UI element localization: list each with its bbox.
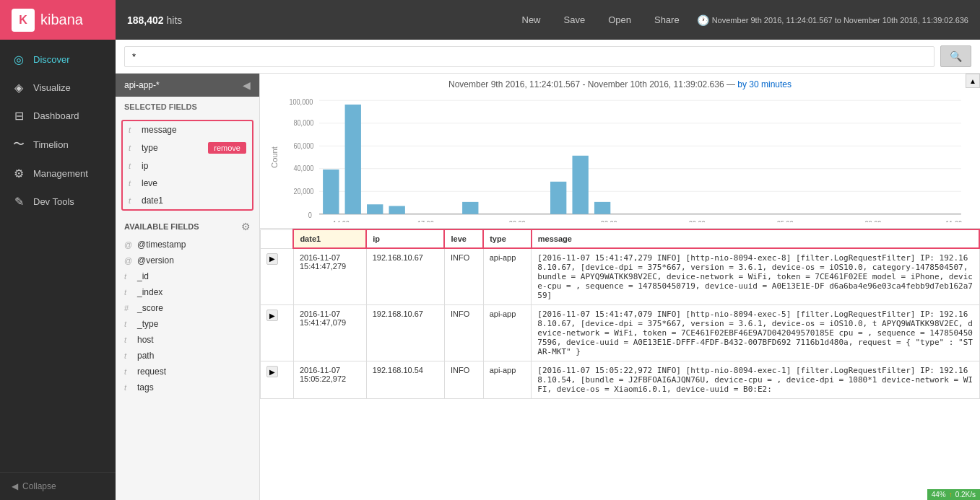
share-button[interactable]: Share — [649, 12, 685, 28]
avail-field-version[interactable]: @ @version — [116, 253, 259, 268]
hits-count: 188,402 hits — [127, 14, 182, 26]
sidebar: K kibana ◎ Discover ◈ Visualize ⊟ Dashbo… — [0, 0, 116, 500]
col-header-date1[interactable]: date1 — [293, 229, 366, 248]
expand-row-button[interactable]: ▶ — [266, 310, 278, 321]
sidebar-item-label: Visualize — [33, 82, 71, 93]
sidebar-item-label: Discover — [33, 54, 70, 65]
save-button[interactable]: Save — [558, 12, 591, 28]
cell-date1: 2016-11-07 15:41:47,279 — [293, 248, 366, 305]
col-header-type[interactable]: type — [483, 229, 532, 248]
field-t-indicator: t — [124, 272, 133, 281]
col-header-expand — [261, 229, 294, 248]
new-button[interactable]: New — [516, 12, 547, 28]
field-type-indicator-message: t — [129, 126, 137, 134]
field-t-indicator: t — [124, 288, 133, 297]
expand-row-button[interactable]: ▶ — [266, 366, 278, 377]
sidebar-item-management[interactable]: ⚙ Management — [0, 159, 116, 188]
avail-field-name: request — [137, 367, 166, 377]
management-icon: ⚙ — [12, 167, 26, 180]
svg-text:20:00: 20:00 — [509, 219, 526, 222]
field-type[interactable]: t type remove — [123, 139, 252, 157]
available-fields-header: Available Fields ⚙ — [116, 216, 259, 237]
field-at-indicator: @ — [124, 256, 133, 265]
col-header-leve[interactable]: leve — [444, 229, 483, 248]
svg-text:60,000: 60,000 — [293, 141, 313, 150]
dashboard-icon: ⊟ — [12, 109, 26, 123]
chart-title: November 9th 2016, 11:24:01.567 - Novemb… — [272, 79, 968, 89]
time-range-display[interactable]: 🕐 November 9th 2016, 11:24:01.567 to Nov… — [697, 14, 968, 26]
cell-leve: INFO — [444, 248, 483, 305]
svg-text:02:00: 02:00 — [689, 219, 706, 222]
avail-field-id[interactable]: t _id — [116, 268, 259, 284]
svg-rect-14 — [345, 105, 361, 214]
kibana-icon: K — [12, 9, 35, 32]
cell-ip: 192.168.10.54 — [366, 361, 444, 399]
collapse-panel-icon[interactable]: ◀ — [243, 79, 251, 91]
col-header-message[interactable]: message — [532, 229, 979, 248]
content-area: api-app-* ◀ Selected Fields t message t … — [116, 74, 980, 500]
avail-field-host[interactable]: t host — [116, 332, 259, 348]
avail-field-tags[interactable]: t tags — [116, 380, 259, 395]
left-panel: api-app-* ◀ Selected Fields t message t … — [116, 74, 260, 500]
svg-text:0: 0 — [308, 211, 312, 220]
field-t-indicator: t — [124, 383, 133, 392]
index-pattern-text: api-app-* — [124, 80, 160, 90]
sidebar-nav: ◎ Discover ◈ Visualize ⊟ Dashboard 〜 Tim… — [0, 40, 116, 472]
field-leve[interactable]: t leve — [123, 175, 252, 192]
field-message[interactable]: t message — [123, 121, 252, 139]
collapse-chart-button[interactable]: ▲ — [966, 74, 980, 88]
cell-type: api-app — [483, 248, 532, 305]
sidebar-item-discover[interactable]: ◎ Discover — [0, 45, 116, 74]
svg-rect-20 — [594, 202, 610, 214]
discover-icon: ◎ — [12, 53, 26, 66]
chart-interval-link[interactable]: by 30 minutes — [737, 79, 792, 89]
index-pattern[interactable]: api-app-* ◀ — [116, 74, 259, 97]
avail-field-path[interactable]: t path — [116, 348, 259, 364]
svg-text:23:00: 23:00 — [601, 219, 617, 222]
upload-speed: 0.2K/s — [955, 491, 976, 499]
avail-field-name: _score — [137, 303, 163, 313]
svg-rect-18 — [550, 182, 566, 214]
table-row: ▶2016-11-07 15:05:22,972192.168.10.54INF… — [261, 361, 980, 399]
field-ip[interactable]: t ip — [123, 157, 252, 175]
remove-field-button[interactable]: remove — [208, 142, 246, 154]
right-panel: ▲ November 9th 2016, 11:24:01.567 - Nove… — [260, 74, 980, 500]
cell-type: api-app — [483, 361, 532, 399]
search-bar: 🔍 — [116, 40, 980, 74]
sidebar-item-timelion[interactable]: 〜 Timelion — [0, 130, 116, 159]
collapse-sidebar-button[interactable]: ◀ Collapse — [0, 472, 116, 500]
svg-rect-19 — [572, 156, 588, 214]
devtools-icon: ✎ — [12, 195, 26, 209]
expand-row-button[interactable]: ▶ — [266, 253, 278, 265]
field-date1[interactable]: t date1 — [123, 192, 252, 209]
field-name-ip: ip — [142, 161, 246, 171]
sidebar-item-dashboard[interactable]: ⊟ Dashboard — [0, 102, 116, 130]
field-at-indicator: @ — [124, 240, 133, 249]
avail-field-name: _id — [137, 271, 149, 281]
sidebar-item-label: Dashboard — [33, 110, 79, 121]
field-t-indicator: t — [124, 351, 133, 360]
avail-field-request[interactable]: t request — [116, 364, 259, 380]
chart-area: ▲ November 9th 2016, 11:24:01.567 - Nove… — [260, 74, 980, 229]
available-fields-gear-button[interactable]: ⚙ — [241, 221, 251, 232]
sidebar-item-devtools[interactable]: ✎ Dev Tools — [0, 188, 116, 216]
svg-text:08:00: 08:00 — [865, 219, 882, 222]
results-table: date1 ip leve type message ▶2016-11-07 1… — [260, 229, 980, 399]
field-type-indicator-leve: t — [129, 179, 137, 188]
chart-container: Count 0 20,000 40,000 60,000 80,000 100,… — [272, 92, 968, 222]
sidebar-item-visualize[interactable]: ◈ Visualize — [0, 74, 116, 102]
avail-field-type[interactable]: t _type — [116, 316, 259, 332]
cell-message: [2016-11-07 15:41:47,079 INFO] [http-nio… — [532, 305, 979, 361]
field-t-indicator: t — [124, 320, 133, 328]
upload-icon: ↑ — [949, 491, 953, 499]
search-input[interactable] — [124, 46, 935, 67]
open-button[interactable]: Open — [602, 12, 637, 28]
avail-field-score[interactable]: # _score — [116, 300, 259, 316]
avail-field-timestamp[interactable]: @ @timestamp — [116, 237, 259, 253]
col-header-ip[interactable]: ip — [366, 229, 444, 248]
field-type-indicator-date1: t — [129, 196, 137, 205]
search-button[interactable]: 🔍 — [940, 45, 971, 67]
avail-field-index[interactable]: t _index — [116, 284, 259, 300]
svg-text:Count: Count — [272, 146, 279, 168]
collapse-icon: ◀ — [12, 481, 18, 491]
